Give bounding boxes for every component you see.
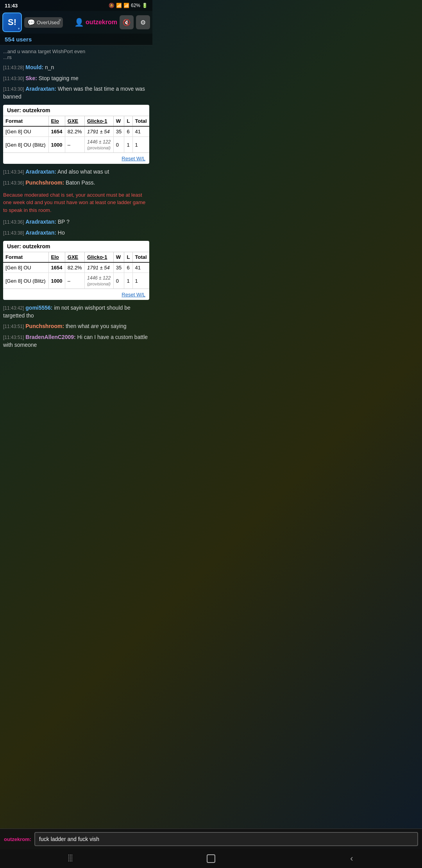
timestamp: [11:43:30] [3, 86, 24, 92]
timestamp: [11:43:38] [3, 230, 24, 236]
users-bar[interactable]: 554 users [0, 34, 152, 45]
cell-w: 0 [113, 273, 124, 289]
username-label[interactable]: gomi5556: [25, 305, 52, 311]
col-elo: Elo [48, 116, 65, 126]
cell-l: 1 [124, 273, 132, 289]
cell-gxe: – [65, 137, 84, 153]
user-profile-area[interactable]: 👤 outzekrom [74, 18, 117, 27]
cell-gxe: 82.2% [65, 262, 84, 273]
mute-icon: 🔕 [109, 3, 114, 8]
sound-button[interactable]: 🔇 [120, 15, 134, 29]
app-logo-text: S! [8, 17, 16, 27]
sound-icon: 🔇 [123, 19, 131, 26]
battery-icon: 🔋 [142, 3, 148, 8]
timestamp: [11:43:28] [3, 65, 24, 70]
cell-w: 35 [113, 262, 124, 273]
username-label[interactable]: Aradraxtan: [25, 219, 56, 225]
cell-gxe: – [65, 273, 84, 289]
stats-user-label: User: [7, 243, 23, 249]
username-label[interactable]: Punchshroom: [25, 179, 64, 186]
stats-username: outzekrom [23, 243, 50, 249]
users-count: 554 users [5, 36, 32, 43]
col-glicko: Glicko-1 [85, 252, 114, 262]
chat-message: [11:43:30] Aradraxtan: When was the last… [3, 84, 149, 102]
cell-w: 35 [113, 126, 124, 137]
timestamp: [11:43:34] [3, 169, 24, 175]
username-label[interactable]: BradenAllenC2009: [25, 334, 75, 340]
moderated-warning: Because moderated chat is set, your acco… [3, 189, 149, 217]
reset-wl-button[interactable]: Reset W/L [122, 156, 145, 161]
stats-card-2: User: outzekrom Format Elo GXE Glicko-1 … [3, 241, 149, 300]
cell-l: 1 [124, 137, 132, 153]
message-text: BP ? [58, 219, 70, 225]
timestamp: [11:43:42] [3, 305, 24, 311]
message-text: And also what was ut [57, 169, 109, 175]
user-area: 👤 outzekrom 🔇 ⚙ [74, 15, 150, 29]
username-label[interactable]: Punchshroom: [25, 323, 64, 329]
username-label[interactable]: Aradraxtan: [25, 169, 56, 175]
col-glicko: Glicko-1 [85, 116, 114, 126]
col-w: W [113, 252, 124, 262]
chat-message: [11:43:51] Punchshroom: then what are yo… [3, 321, 149, 332]
stats-table: Format Elo GXE Glicko-1 W L Total [Gen 8… [3, 116, 149, 152]
cell-glicko: 1446 ± 122(provisional) [85, 137, 114, 153]
cell-format: [Gen 8] OU [3, 262, 48, 273]
stats-table: Format Elo GXE Glicko-1 W L Total [Gen 8… [3, 252, 149, 289]
app-logo[interactable]: S! ▾ [2, 13, 22, 32]
gear-icon: ⚙ [140, 19, 146, 26]
table-row: [Gen 8] OU (Blitz) 1000 – 1446 ± 122(pro… [3, 273, 149, 289]
battery-text: 62% [131, 3, 140, 8]
cell-total: 41 [132, 262, 149, 273]
message-text: When was the last time a move was banned [3, 86, 145, 100]
chat-bubble-icon: 💬 [27, 19, 35, 26]
chat-message: [11:43:30] Ske: Stop tagging me [3, 74, 149, 84]
cell-w: 0 [113, 137, 124, 153]
timestamp: [11:43:51] [3, 335, 24, 340]
stats-user-label: User: [7, 107, 23, 113]
col-gxe: GXE [65, 116, 84, 126]
col-total: Total [132, 116, 149, 126]
partial-message: ...and u wanna target WishPort even...rs [3, 47, 149, 62]
cell-format: [Gen 8] OU [3, 126, 48, 137]
timestamp: [11:43:30] [3, 76, 24, 81]
chat-message: [11:43:42] gomi5556: im not sayin wishpo… [3, 303, 149, 321]
cell-elo: 1000 [48, 273, 65, 289]
col-gxe: GXE [65, 252, 84, 262]
cell-glicko: 1791 ± 54 [85, 126, 114, 137]
col-w: W [113, 116, 124, 126]
logo-arrow-icon: ▾ [18, 27, 20, 30]
username-label[interactable]: Aradraxtan: [25, 86, 56, 92]
close-tab-button[interactable]: ✕ [58, 18, 61, 22]
cell-glicko: 1446 ± 122(provisional) [85, 273, 114, 289]
message-text: Baton Pass. [66, 179, 95, 186]
wifi-icon: 📶 [116, 3, 122, 8]
chat-message: [11:43:38] Aradraxtan: Ho [3, 228, 149, 238]
cell-total: 1 [132, 137, 149, 153]
settings-button[interactable]: ⚙ [136, 15, 150, 29]
cell-format: [Gen 8] OU (Blitz) [3, 137, 48, 153]
cell-l: 6 [124, 262, 132, 273]
table-row: [Gen 8] OU 1654 82.2% 1791 ± 54 35 6 41 [3, 126, 149, 137]
username-label[interactable]: Mould: [25, 64, 43, 70]
timestamp: [11:43:51] [3, 324, 24, 329]
cell-elo: 1000 [48, 137, 65, 153]
table-row: [Gen 8] OU (Blitz) 1000 – 1446 ± 122(pro… [3, 137, 149, 153]
username-label[interactable]: Ske: [25, 75, 37, 81]
table-row: [Gen 8] OU 1654 82.2% 1791 ± 54 35 6 41 [3, 262, 149, 273]
status-time: 11:43 [5, 3, 18, 9]
username-label[interactable]: Aradraxtan: [25, 230, 56, 236]
timestamp: [11:43:36] [3, 180, 24, 186]
username-display: outzekrom [86, 19, 117, 26]
cell-gxe: 82.2% [65, 126, 84, 137]
chat-tab-overused[interactable]: 💬 OverUsed ✕ [24, 17, 63, 28]
stats-footer: Reset W/L [3, 289, 149, 300]
chat-message: [11:43:51] BradenAllenC2009: Hi can I ha… [3, 332, 149, 350]
cell-glicko: 1791 ± 54 [85, 262, 114, 273]
cell-elo: 1654 [48, 262, 65, 273]
stats-header: User: outzekrom [3, 241, 149, 252]
stats-card-1: User: outzekrom Format Elo GXE Glicko-1 … [3, 105, 149, 164]
col-format: Format [3, 116, 48, 126]
chat-message: [11:43:34] Aradraxtan: And also what was… [3, 167, 149, 177]
scroll-spacer [3, 351, 149, 382]
reset-wl-button-2[interactable]: Reset W/L [122, 292, 145, 298]
